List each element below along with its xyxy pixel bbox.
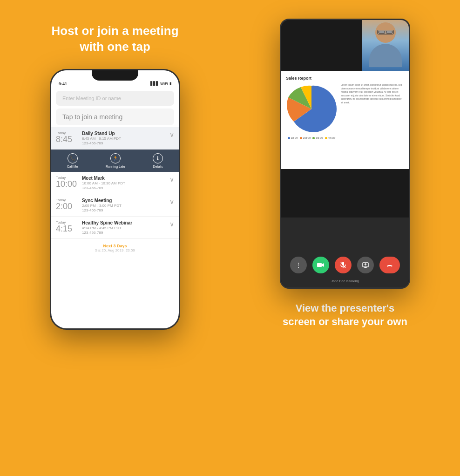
legend-3rd-qtr: 3rd Qtr (312, 136, 323, 139)
meeting-time-4: 4:15 (56, 224, 79, 234)
signal-icon: ▋▋▋ (150, 82, 159, 86)
slide-title: Sales Report (286, 76, 404, 81)
phone-screen-left: 9:41 ▋▋▋ WiFi ▮ Enter Meeting ID or name… (51, 70, 179, 328)
mute-button[interactable] (335, 257, 352, 273)
meeting-info-2: Meet Mark 10:00 AM - 10:30 AM PDT 123-45… (82, 176, 168, 190)
right-panel: Sales Report (230, 0, 460, 476)
details-label: Details (153, 165, 163, 168)
chevron-icon-3: ∨ (169, 198, 174, 205)
running-late-action[interactable]: 🏃 Running Late (106, 153, 125, 168)
status-icons: ▋▋▋ WiFi ▮ (150, 82, 171, 86)
meeting-info-1: Daily Stand Up 8:45 AM - 9:15 AM PDT 123… (82, 131, 168, 145)
screen-share-button[interactable] (357, 257, 374, 273)
meeting-title-1: Daily Stand Up (82, 131, 168, 136)
left-panel-title: Host or join a meeting with one tap (51, 23, 178, 55)
next-days-label: Next 3 Days (56, 244, 174, 248)
meeting-info-4: Healthy Spine Webinar 4:14 PM - 4:45 PM … (82, 220, 168, 235)
call-me-action[interactable]: 📞 Call Me (67, 153, 78, 168)
meeting-row-4[interactable]: Today 4:15 Healthy Spine Webinar 4:14 PM… (51, 217, 179, 239)
video-screen: Sales Report (281, 20, 409, 287)
meeting-detail-3a: 2:00 PM - 3:00 PM PDT (82, 204, 168, 208)
running-late-icon: 🏃 (110, 153, 121, 163)
status-time: 9:41 (59, 82, 67, 86)
left-panel: Host or join a meeting with one tap 9:41… (0, 0, 230, 476)
call-me-label: Call Me (67, 165, 78, 168)
chevron-icon-4: ∨ (169, 220, 174, 228)
meeting-time-1: 8:45 (56, 135, 79, 144)
meeting-detail-2b: 123-456-789 (82, 186, 168, 190)
call-me-icon: 📞 (68, 153, 78, 163)
running-late-label: Running Late (106, 165, 125, 168)
action-bar: 📞 Call Me 🏃 Running Late ℹ Details (51, 150, 179, 172)
meeting-detail-1b: 123-456-789 (82, 141, 168, 145)
self-view-person (362, 20, 409, 71)
presentation-slide: Sales Report (281, 71, 409, 169)
next-date-label: Sat 25. Aug 2019, 23:59 (56, 248, 174, 252)
legend-1st-qtr: 1st Qtr (288, 136, 298, 139)
details-action[interactable]: ℹ Details (153, 153, 163, 168)
control-bar: ⋮ (281, 257, 409, 273)
phone-footer: Next 3 Days Sat 25. Aug 2019, 23:59 (51, 239, 179, 257)
chevron-icon-1: ∨ (169, 131, 174, 138)
slide-body-text: Lorem ipsum dolor sit amet, consetetur s… (341, 83, 404, 158)
right-panel-subtitle: View the presenter's screen or share you… (283, 302, 407, 328)
legend-4th-qtr: 4th Qtr (325, 136, 335, 139)
meeting-time-col-3: Today 2:00 (56, 198, 79, 211)
video-bottom-area: ⋮ (281, 218, 409, 287)
more-options-button[interactable]: ⋮ (290, 257, 307, 273)
meeting-detail-4b: 123-456-789 (82, 231, 168, 235)
svg-rect-0 (317, 263, 322, 267)
chevron-icon-2: ∨ (169, 176, 174, 183)
meeting-info-3: Sync Meeting 2:00 PM - 3:00 PM PDT 123-4… (82, 198, 168, 212)
meeting-row-2[interactable]: Today 10:00 Meet Mark 10:00 AM - 10:30 A… (51, 172, 179, 194)
meeting-time-3: 2:00 (56, 202, 79, 211)
right-phone-mockup: Sales Report (280, 19, 410, 289)
input-placeholder: Enter Meeting ID or name (62, 95, 121, 101)
meeting-title-4: Healthy Spine Webinar (82, 220, 168, 225)
meeting-time-col-1: Today 8:45 (56, 131, 79, 144)
self-view-thumbnail (362, 20, 409, 71)
battery-icon: ▮ (169, 82, 171, 86)
chart-legend: 1st Qtr 2nd Qtr 3rd Qtr (286, 136, 337, 139)
meeting-row-3[interactable]: Today 2:00 Sync Meeting 2:00 PM - 3:00 P… (51, 194, 179, 217)
meeting-id-input[interactable]: Enter Meeting ID or name (56, 91, 174, 106)
details-icon: ℹ (153, 153, 163, 163)
meeting-time-col-4: Today 4:15 (56, 220, 79, 234)
meeting-detail-4a: 4:14 PM - 4:45 PM PDT (82, 226, 168, 230)
meeting-time-2: 10:00 (56, 180, 79, 189)
meeting-row-1[interactable]: Today 8:45 Daily Stand Up 8:45 AM - 9:15… (51, 127, 179, 150)
join-meeting-button[interactable]: Tap to join a meeting (56, 109, 174, 125)
phone-notch (92, 70, 138, 81)
end-call-button[interactable] (379, 257, 400, 273)
meeting-detail-1a: 8:45 AM - 9:15 AM PDT (82, 136, 168, 141)
slide-content: 1st Qtr 2nd Qtr 3rd Qtr (286, 83, 404, 158)
meeting-detail-3b: 123-456-789 (82, 208, 168, 212)
left-phone-mockup: 9:41 ▋▋▋ WiFi ▮ Enter Meeting ID or name… (50, 69, 180, 330)
meeting-title-2: Meet Mark (82, 176, 168, 181)
pie-chart (286, 83, 337, 135)
meeting-detail-2a: 10:00 AM - 10:30 AM PDT (82, 181, 168, 185)
talking-label: Jane Doe is talking (281, 279, 409, 283)
legend-2nd-qtr: 2nd Qtr (300, 136, 311, 139)
video-toggle-button[interactable] (312, 257, 329, 273)
meeting-title-3: Sync Meeting (82, 198, 168, 203)
meeting-time-col-2: Today 10:00 (56, 176, 79, 189)
wifi-icon: WiFi (160, 82, 168, 86)
